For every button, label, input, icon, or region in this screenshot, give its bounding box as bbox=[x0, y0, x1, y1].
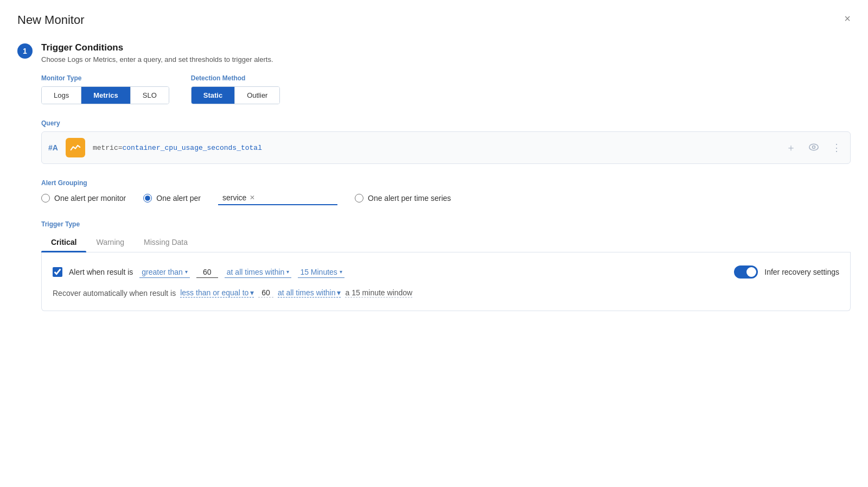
recover-condition-link[interactable]: less than or equal to ▾ bbox=[180, 288, 254, 298]
recover-condition-chevron-icon: ▾ bbox=[250, 288, 254, 297]
query-label: Query bbox=[41, 119, 851, 127]
query-actions: ＋ ⋮ bbox=[784, 140, 844, 155]
radio-per-monitor-label: One alert per monitor bbox=[54, 194, 126, 203]
alert-when-text: Alert when result is bbox=[69, 268, 133, 276]
query-visibility-btn[interactable] bbox=[807, 141, 821, 155]
trigger-type-label: Trigger Type bbox=[41, 220, 851, 228]
toggle-slider bbox=[734, 265, 758, 279]
query-text[interactable]: metric=container_cpu_usage_seconds_total bbox=[93, 144, 777, 152]
monitor-type-slo-btn[interactable]: SLO bbox=[131, 87, 169, 104]
monitor-type-label: Monitor Type bbox=[41, 74, 169, 82]
close-button[interactable]: × bbox=[844, 13, 851, 24]
alert-grouping-radio-group: One alert per monitor One alert per serv… bbox=[41, 191, 851, 205]
alert-checkbox[interactable] bbox=[53, 267, 62, 277]
tag-input[interactable]: service ✕ bbox=[218, 191, 337, 205]
at-all-times-label: at all times within bbox=[227, 268, 285, 276]
trigger-conditions-title: Trigger Conditions bbox=[41, 42, 851, 53]
infer-section: Infer recovery settings bbox=[734, 265, 839, 279]
monitor-type-btn-group: Logs Metrics SLO bbox=[41, 86, 169, 104]
detection-method-outlier-btn[interactable]: Outlier bbox=[235, 87, 279, 104]
alert-grouping-label: Alert Grouping bbox=[41, 179, 851, 187]
radio-per-series-input[interactable] bbox=[355, 194, 363, 203]
trigger-conditions-section: 1 Trigger Conditions Choose Logs or Metr… bbox=[17, 42, 851, 311]
query-row-label: #A bbox=[48, 143, 58, 152]
monitor-type-metrics-btn[interactable]: Metrics bbox=[81, 87, 131, 104]
detection-method-btn-group: Static Outlier bbox=[191, 86, 280, 104]
query-row: #A metric=container_cpu_usage_seconds_to… bbox=[41, 131, 851, 164]
svg-point-0 bbox=[809, 144, 818, 150]
page-title: New Monitor bbox=[17, 13, 851, 27]
radio-per-tag-input[interactable] bbox=[143, 194, 152, 203]
detection-method-static-btn[interactable]: Static bbox=[192, 87, 235, 104]
service-tag: service ✕ bbox=[222, 193, 255, 202]
alert-condition-row: Alert when result is greater than ▾ 60 a… bbox=[53, 265, 839, 279]
radio-per-series[interactable]: One alert per time series bbox=[355, 194, 451, 203]
trigger-panel-critical: Alert when result is greater than ▾ 60 a… bbox=[41, 252, 851, 311]
duration-select[interactable]: 15 Minutes ▾ bbox=[298, 267, 344, 278]
monitor-type-group: Monitor Type Logs Metrics SLO bbox=[41, 74, 169, 104]
recover-condition-label: less than or equal to bbox=[180, 288, 248, 297]
detection-method-group: Detection Method Static Outlier bbox=[191, 74, 280, 104]
radio-per-tag-label: One alert per bbox=[156, 194, 201, 203]
radio-per-series-label: One alert per time series bbox=[368, 194, 451, 203]
monitor-type-logs-btn[interactable]: Logs bbox=[42, 87, 81, 104]
detection-method-label: Detection Method bbox=[191, 74, 280, 82]
alert-grouping-section: Alert Grouping One alert per monitor One… bbox=[41, 179, 851, 205]
monitor-type-row: Monitor Type Logs Metrics SLO Detection … bbox=[41, 74, 851, 104]
step-badge-1: 1 bbox=[17, 43, 33, 59]
recover-window: a 15 minute window bbox=[345, 288, 412, 298]
tab-critical[interactable]: Critical bbox=[41, 232, 86, 252]
recover-at-all-times-label: at all times within bbox=[278, 288, 336, 297]
query-section: Query #A metric=container_cpu_usage_seco… bbox=[41, 119, 851, 164]
threshold-value[interactable]: 60 bbox=[196, 267, 218, 278]
recover-prefix: Recover automatically when result is bbox=[53, 289, 176, 298]
condition-label: greater than bbox=[142, 268, 183, 276]
tag-label: service bbox=[222, 193, 246, 202]
radio-per-monitor[interactable]: One alert per monitor bbox=[41, 194, 126, 203]
condition-chevron-icon: ▾ bbox=[185, 269, 188, 275]
infer-label: Infer recovery settings bbox=[764, 268, 839, 276]
svg-point-1 bbox=[813, 146, 815, 148]
tab-missing-data[interactable]: Missing Data bbox=[134, 232, 197, 252]
query-add-btn[interactable]: ＋ bbox=[784, 140, 798, 155]
duration-label: 15 Minutes bbox=[300, 268, 337, 276]
duration-chevron-icon: ▾ bbox=[340, 269, 342, 275]
recover-row: Recover automatically when result is les… bbox=[53, 288, 839, 298]
recover-at-times-chevron-icon: ▾ bbox=[337, 288, 341, 297]
tag-close-btn[interactable]: ✕ bbox=[250, 194, 255, 201]
tab-warning[interactable]: Warning bbox=[86, 232, 134, 252]
infer-toggle[interactable] bbox=[734, 265, 758, 279]
radio-per-monitor-input[interactable] bbox=[41, 194, 50, 203]
recover-at-all-times-link[interactable]: at all times within ▾ bbox=[278, 288, 341, 298]
page-container: New Monitor × 1 Trigger Conditions Choos… bbox=[0, 0, 868, 341]
trigger-tabs: Critical Warning Missing Data bbox=[41, 232, 851, 252]
at-all-times-select[interactable]: at all times within ▾ bbox=[225, 267, 292, 278]
radio-per-tag[interactable]: One alert per bbox=[143, 194, 201, 203]
section1-content: Trigger Conditions Choose Logs or Metric… bbox=[41, 42, 851, 311]
recover-value[interactable]: 60 bbox=[258, 288, 273, 298]
trigger-conditions-description: Choose Logs or Metrics, enter a query, a… bbox=[41, 55, 851, 64]
query-metric-icon bbox=[66, 138, 85, 157]
trigger-type-section: Trigger Type Critical Warning Missing Da… bbox=[41, 220, 851, 311]
condition-select[interactable]: greater than ▾ bbox=[139, 267, 190, 278]
query-more-btn[interactable]: ⋮ bbox=[829, 141, 844, 155]
at-all-times-chevron-icon: ▾ bbox=[286, 269, 289, 275]
